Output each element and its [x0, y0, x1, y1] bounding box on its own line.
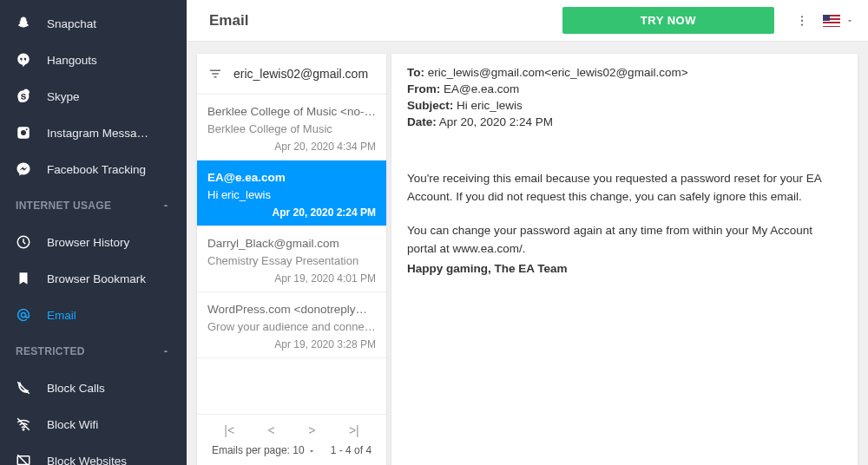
email-from: Darryl_Black@gmail.com	[207, 237, 376, 250]
pager-size[interactable]: 10	[293, 444, 304, 456]
sidebar-item-label: Block Websites	[47, 455, 171, 466]
snapchat-icon	[16, 16, 31, 31]
sidebar-item-label: Instagram Messa…	[47, 127, 171, 140]
sidebar-item-label: Snapchat	[47, 17, 171, 30]
chevron-down-icon	[845, 16, 854, 25]
topbar: Email TRY NOW	[187, 0, 868, 42]
email-date: Apr 20, 2020 2:24 PM	[207, 206, 376, 219]
pager-label: Emails per page:	[212, 444, 290, 456]
email-item[interactable]: EA@e.ea.com Hi eric_lewis Apr 20, 2020 2…	[197, 160, 386, 226]
flag-us-icon	[823, 15, 840, 27]
email-from: WordPress.com <donotreply@e0.…	[207, 303, 376, 316]
sidebar-item-email[interactable]: Email	[0, 297, 187, 333]
sidebar-item-label: Hangouts	[47, 54, 171, 67]
email-item[interactable]: WordPress.com <donotreply@e0.… Grow your…	[197, 292, 386, 358]
email-date: Apr 20, 2020 4:34 PM	[207, 141, 376, 153]
subject-value: Hi eric_lewis	[457, 99, 523, 112]
page-prev-button[interactable]: <	[268, 423, 275, 437]
block-calls-icon	[16, 380, 31, 396]
at-icon	[16, 307, 31, 323]
sidebar: Snapchat Hangouts Skype Instagram Messa……	[0, 0, 187, 465]
to-label: To:	[407, 66, 424, 79]
sidebar-item-blockweb[interactable]: Block Websites	[0, 442, 187, 465]
sidebar-item-blockwifi[interactable]: Block Wifi	[0, 406, 187, 442]
block-wifi-icon	[16, 416, 31, 432]
account-email: eric_lewis02@gmail.com	[233, 67, 368, 81]
email-item[interactable]: Berklee College of Music <no-repl… Berkl…	[197, 95, 386, 160]
sidebar-item-label: Block Wifi	[47, 418, 171, 431]
try-now-button[interactable]: TRY NOW	[562, 7, 774, 34]
sidebar-item-history[interactable]: Browser History	[0, 224, 187, 260]
body-para: You're receiving this email because you …	[407, 170, 842, 206]
sidebar-item-skype[interactable]: Skype	[0, 78, 187, 115]
sidebar-item-label: Email	[47, 309, 171, 322]
sidebar-item-label: Browser History	[47, 236, 171, 249]
subject-label: Subject:	[407, 99, 453, 112]
sidebar-item-label: Block Calls	[47, 382, 171, 395]
sidebar-item-hangouts[interactable]: Hangouts	[0, 42, 187, 78]
date-label: Date:	[407, 115, 437, 128]
section-internet-usage[interactable]: INTERNET USAGE	[0, 187, 187, 224]
block-websites-icon	[16, 453, 31, 465]
email-date: Apr 19, 2020 3:28 PM	[207, 338, 376, 350]
email-date: Apr 19, 2020 4:01 PM	[207, 272, 376, 285]
email-preview-panel: To: eric_lewis@gmail.com<eric_lewis02@gm…	[391, 54, 858, 465]
email-list-panel: eric_lewis02@gmail.com Berklee College o…	[197, 54, 386, 465]
section-restricted[interactable]: RESTRICTED	[0, 333, 187, 370]
chevron-up-icon	[161, 200, 171, 211]
sidebar-item-label: Facebook Tracking	[47, 163, 171, 176]
page-last-button[interactable]: >|	[349, 423, 359, 437]
section-label: RESTRICTED	[16, 345, 85, 357]
messenger-icon	[16, 161, 31, 177]
skype-icon	[16, 88, 31, 104]
locale-selector[interactable]	[823, 15, 854, 27]
svg-point-4	[21, 312, 25, 317]
svg-point-5	[23, 429, 24, 430]
svg-point-9	[801, 19, 803, 21]
body-para: You can change your password again at an…	[407, 222, 842, 259]
svg-point-2	[26, 128, 28, 130]
email-from: EA@e.ea.com	[207, 171, 376, 184]
svg-point-10	[801, 23, 803, 25]
account-selector[interactable]: eric_lewis02@gmail.com	[197, 54, 386, 95]
filter-icon	[207, 66, 223, 82]
main-content: Email TRY NOW eric_lewis02@gmail.com Ber…	[187, 0, 868, 465]
svg-point-1	[21, 130, 26, 135]
sidebar-item-instagram[interactable]: Instagram Messa…	[0, 115, 187, 151]
sidebar-item-label: Skype	[47, 90, 171, 103]
email-subject: Berklee College of Music	[207, 122, 376, 135]
to-value: eric_lewis@gmail.com<eric_lewis02@gmail.…	[428, 66, 688, 79]
more-icon[interactable]	[795, 14, 809, 28]
pager-range: 1 - 4 of 4	[331, 444, 372, 456]
email-item[interactable]: Darryl_Black@gmail.com Chemistry Essay P…	[197, 226, 386, 292]
from-value: EA@e.ea.com	[444, 82, 519, 95]
chevron-down-icon[interactable]	[307, 447, 316, 455]
email-subject: Chemistry Essay Presentation	[207, 254, 376, 267]
page-title: Email	[209, 12, 248, 29]
section-label: INTERNET USAGE	[16, 200, 111, 212]
page-first-button[interactable]: |<	[224, 423, 234, 437]
instagram-icon	[16, 125, 31, 141]
sidebar-item-bookmark[interactable]: Browser Bookmark	[0, 260, 187, 297]
sidebar-item-fbtracking[interactable]: Facebook Tracking	[0, 151, 187, 187]
sidebar-item-snapchat[interactable]: Snapchat	[0, 5, 187, 42]
sidebar-item-label: Browser Bookmark	[47, 272, 171, 285]
bookmark-icon	[16, 271, 31, 286]
sidebar-item-blockcalls[interactable]: Block Calls	[0, 370, 187, 406]
clock-icon	[16, 234, 31, 250]
email-from: Berklee College of Music <no-repl…	[207, 105, 376, 118]
svg-point-8	[801, 16, 803, 17]
date-value: Apr 20, 2020 2:24 PM	[439, 115, 553, 128]
hangouts-icon	[16, 52, 31, 68]
email-body: You're receiving this email because you …	[407, 170, 842, 278]
chevron-up-icon	[161, 346, 171, 357]
from-label: From:	[407, 82, 440, 95]
email-subject: Hi eric_lewis	[207, 188, 376, 201]
email-subject: Grow your audience and connect with …	[207, 320, 376, 333]
pagination: |< < > >| Emails per page: 10 1 - 4 of 4	[197, 414, 386, 465]
page-next-button[interactable]: >	[308, 423, 315, 437]
body-signature: Happy gaming, The EA Team	[407, 260, 842, 278]
